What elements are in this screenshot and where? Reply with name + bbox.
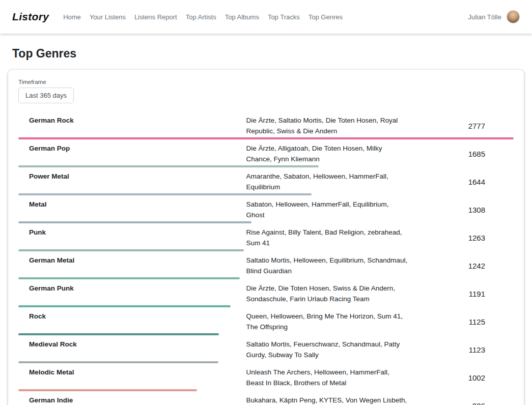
genre-listen-count: 1685 xyxy=(414,150,514,158)
timeframe-select[interactable]: Last 365 days xyxy=(18,88,74,103)
genre-name: German Punk xyxy=(18,283,246,294)
genre-row[interactable]: Melodic Metal Unleash The Archers, Hello… xyxy=(18,363,514,391)
genre-row[interactable]: German Indie Bukahara, Käptn Peng, KYTES… xyxy=(18,391,514,405)
genre-top-artists: Unleash The Archers, Helloween, HammerFa… xyxy=(246,367,415,388)
genre-row[interactable]: Power Metal Amaranthe, Sabaton, Hellowee… xyxy=(18,167,514,195)
genre-top-artists: Bukahara, Käptn Peng, KYTES, Von Wegen L… xyxy=(246,395,415,405)
genre-top-artists: Saltatio Mortis, Feuerschwanz, Schandmau… xyxy=(246,339,415,360)
genre-name: Punk xyxy=(18,227,246,238)
nav-item-your-listens[interactable]: Your Listens xyxy=(90,13,126,21)
genre-listen-count: 1123 xyxy=(414,345,514,354)
genre-top-artists: Queen, Helloween, Bring Me The Horizon, … xyxy=(246,311,415,332)
genre-row[interactable]: Rock Queen, Helloween, Bring Me The Hori… xyxy=(18,307,514,335)
genre-top-artists: Saltatio Mortis, Helloween, Equilibrium,… xyxy=(246,255,415,276)
timeframe-filter: Timeframe Last 365 days xyxy=(18,79,514,103)
genre-name: Rock xyxy=(18,311,246,322)
genre-top-artists: Rise Against, Billy Talent, Bad Religion… xyxy=(246,227,415,248)
genre-listen-count: 1191 xyxy=(414,290,514,298)
nav-item-top-tracks[interactable]: Top Tracks xyxy=(268,13,300,21)
genre-name: German Rock xyxy=(18,115,246,126)
genre-name: German Indie xyxy=(18,395,246,405)
nav-item-top-artists[interactable]: Top Artists xyxy=(186,13,216,21)
genre-row[interactable]: Metal Sabaton, Helloween, HammerFall, Eq… xyxy=(18,195,514,223)
top-navbar: Listory Home Your Listens Listens Report… xyxy=(0,0,532,34)
genre-name: Power Metal xyxy=(18,171,246,182)
genre-name: Medieval Rock xyxy=(18,339,246,350)
nav-item-top-genres[interactable]: Top Genres xyxy=(309,13,343,21)
genre-row[interactable]: German Rock Die Ärzte, Saltatio Mortis, … xyxy=(18,111,514,139)
genre-row[interactable]: Medieval Rock Saltatio Mortis, Feuerschw… xyxy=(18,335,514,363)
top-genres-card: Timeframe Last 365 days German Rock Die … xyxy=(8,70,524,405)
nav-links: Home Your Listens Listens Report Top Art… xyxy=(63,13,468,21)
genre-listen-count: 1125 xyxy=(414,317,514,326)
genre-row[interactable]: German Pop Die Ärzte, Alligatoah, Die To… xyxy=(18,139,514,167)
genre-top-artists: Die Ärzte, Alligatoah, Die Toten Hosen, … xyxy=(246,143,415,164)
genre-name: German Pop xyxy=(18,143,246,154)
nav-item-listens-report[interactable]: Listens Report xyxy=(134,13,177,21)
genre-listen-count: 1644 xyxy=(414,178,514,186)
genre-top-artists: Amaranthe, Sabaton, Helloween, HammerFal… xyxy=(246,171,415,192)
genre-row[interactable]: German Metal Saltatio Mortis, Helloween,… xyxy=(18,251,514,279)
nav-user: Julian Tölle xyxy=(468,10,520,23)
timeframe-label: Timeframe xyxy=(18,79,514,85)
nav-item-top-albums[interactable]: Top Albums xyxy=(225,13,259,21)
genre-row[interactable]: German Punk Die Ärzte, Die Toten Hosen, … xyxy=(18,279,514,307)
nav-item-home[interactable]: Home xyxy=(63,13,81,21)
page-title: Top Genres xyxy=(12,47,520,61)
genre-listen-count: 1242 xyxy=(414,262,514,270)
genre-listen-count: 926 xyxy=(414,401,514,405)
brand-logo[interactable]: Listory xyxy=(12,11,49,23)
genre-name: Metal xyxy=(18,199,246,210)
genre-top-artists: Die Ärzte, Saltatio Mortis, Die Toten Ho… xyxy=(246,115,415,136)
genre-name: German Metal xyxy=(18,255,246,266)
genre-top-artists: Die Ärzte, Die Toten Hosen, Swiss & Die … xyxy=(246,283,415,304)
genre-list: German Rock Die Ärzte, Saltatio Mortis, … xyxy=(18,111,514,405)
genre-name: Melodic Metal xyxy=(18,367,246,378)
user-avatar[interactable] xyxy=(507,10,520,23)
genre-listen-count: 1002 xyxy=(414,373,514,382)
genre-listen-count: 1308 xyxy=(414,206,514,214)
genre-listen-count: 2777 xyxy=(414,122,514,130)
genre-listen-count: 1263 xyxy=(414,234,514,242)
genre-top-artists: Sabaton, Helloween, HammerFall, Equilibr… xyxy=(246,199,415,220)
genre-row[interactable]: Punk Rise Against, Billy Talent, Bad Rel… xyxy=(18,223,514,251)
user-name[interactable]: Julian Tölle xyxy=(468,13,501,21)
